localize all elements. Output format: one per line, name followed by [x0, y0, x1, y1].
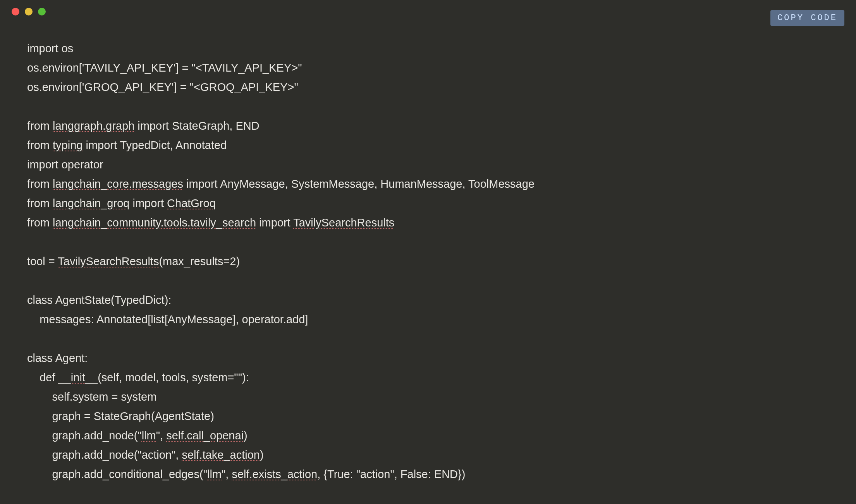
code-token: from — [27, 216, 53, 229]
code-window: COPY CODE import osos.environ['TAVILY_AP… — [0, 0, 856, 504]
code-line[interactable]: tool = TavilySearchResults(max_results=2… — [27, 252, 829, 271]
code-line[interactable]: from typing import TypedDict, Annotated — [27, 135, 829, 155]
code-token: from — [27, 178, 53, 190]
code-token: import operator — [27, 158, 103, 171]
code-line[interactable]: graph.add_conditional_edges("llm", self.… — [27, 465, 829, 484]
code-token: os.environ['TAVILY_API_KEY'] = "<TAVILY_… — [27, 62, 302, 74]
traffic-lights — [12, 8, 46, 15]
code-token-spellcheck: self.take_action — [182, 449, 260, 461]
code-token: os.environ['GROQ_API_KEY'] = "<GROQ_API_… — [27, 81, 298, 93]
code-editor[interactable]: import osos.environ['TAVILY_API_KEY'] = … — [0, 23, 856, 484]
copy-code-button[interactable]: COPY CODE — [770, 10, 844, 26]
code-line[interactable]: class Agent: — [27, 348, 829, 368]
code-line[interactable]: import operator — [27, 155, 829, 174]
code-token: messages: Annotated[list[AnyMessage], op… — [27, 313, 308, 326]
code-token: ) — [244, 429, 248, 442]
code-token: ", — [156, 429, 166, 442]
code-token: import — [129, 197, 167, 209]
code-line[interactable] — [27, 232, 829, 252]
code-token: graph.add_node("action", — [27, 449, 182, 461]
code-token-spellcheck: ChatGroq — [167, 197, 216, 209]
code-token: tool = — [27, 255, 58, 267]
code-token-spellcheck: langchain_core.messages — [53, 178, 183, 190]
code-line[interactable]: import os — [27, 39, 829, 58]
code-token: (max_results=2) — [159, 255, 240, 267]
code-token: from — [27, 197, 53, 209]
code-token: import TypedDict, Annotated — [83, 139, 227, 151]
code-token: import — [256, 216, 293, 229]
code-line[interactable]: from langchain_core.messages import AnyM… — [27, 174, 829, 194]
code-token-spellcheck: TavilySearchResults — [293, 216, 394, 229]
code-line[interactable]: graph = StateGraph(AgentState) — [27, 406, 829, 426]
close-icon[interactable] — [12, 8, 19, 15]
code-token: import os — [27, 42, 73, 55]
code-token: graph = StateGraph(AgentState) — [27, 410, 214, 422]
code-line[interactable] — [27, 97, 829, 116]
code-line[interactable]: os.environ['TAVILY_API_KEY'] = "<TAVILY_… — [27, 58, 829, 77]
code-token: (self, model, tools, system=""): — [98, 371, 249, 384]
code-token: def — [27, 371, 58, 384]
code-token: graph.add_node(" — [27, 429, 142, 442]
code-line[interactable] — [27, 271, 829, 290]
code-token: class AgentState(TypedDict): — [27, 294, 171, 306]
code-token-spellcheck: llm — [207, 468, 222, 480]
code-token-spellcheck: typing — [53, 139, 83, 151]
code-token: ) — [260, 449, 264, 461]
code-token-spellcheck: llm — [142, 429, 156, 442]
code-token: import AnyMessage, SystemMessage, HumanM… — [183, 178, 535, 190]
code-line[interactable] — [27, 329, 829, 348]
code-token: self.system = system — [27, 391, 156, 403]
code-line[interactable]: def __init__(self, model, tools, system=… — [27, 368, 829, 387]
zoom-icon[interactable] — [38, 8, 46, 15]
code-token-spellcheck: self.call_openai — [166, 429, 244, 442]
code-token-spellcheck: __init__ — [58, 371, 98, 384]
code-line[interactable]: os.environ['GROQ_API_KEY'] = "<GROQ_API_… — [27, 77, 829, 97]
code-line[interactable]: graph.add_node("llm", self.call_openai) — [27, 426, 829, 445]
minimize-icon[interactable] — [25, 8, 33, 15]
code-token-spellcheck: langchain_community.tools.tavily_search — [53, 216, 256, 229]
code-token: from — [27, 120, 53, 132]
code-line[interactable]: from langgraph.graph import StateGraph, … — [27, 116, 829, 135]
window-titlebar: COPY CODE — [0, 0, 856, 23]
code-token: , {True: "action", False: END}) — [317, 468, 465, 480]
code-line[interactable]: from langchain_community.tools.tavily_se… — [27, 213, 829, 232]
code-token: ", — [222, 468, 232, 480]
code-line[interactable]: messages: Annotated[list[AnyMessage], op… — [27, 310, 829, 329]
code-token-spellcheck: langchain_groq — [53, 197, 129, 209]
code-line[interactable]: class AgentState(TypedDict): — [27, 290, 829, 310]
code-line[interactable]: from langchain_groq import ChatGroq — [27, 194, 829, 213]
code-token: from — [27, 139, 53, 151]
code-token: class Agent: — [27, 352, 88, 364]
code-token-spellcheck: langgraph.graph — [53, 120, 134, 132]
code-token-spellcheck: TavilySearchResults — [58, 255, 159, 267]
code-token: graph.add_conditional_edges(" — [27, 468, 207, 480]
code-token: import StateGraph, END — [134, 120, 259, 132]
code-line[interactable]: graph.add_node("action", self.take_actio… — [27, 445, 829, 465]
code-token-spellcheck: self.exists_action — [232, 468, 317, 480]
code-line[interactable]: self.system = system — [27, 387, 829, 406]
